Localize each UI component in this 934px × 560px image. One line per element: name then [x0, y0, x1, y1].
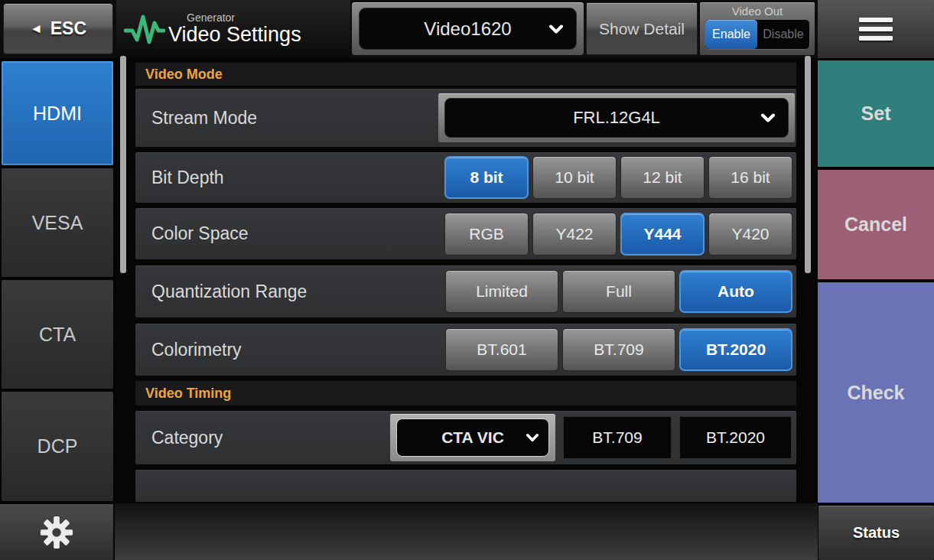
- category-value: CTA VIC: [441, 428, 504, 447]
- category-bt709-button[interactable]: BT.709: [563, 416, 672, 459]
- category-controls: CTA VIC BT.709 BT.2020: [390, 414, 792, 461]
- row-empty: [135, 470, 796, 502]
- bottom-bar: [115, 503, 818, 560]
- category-bt2020-button[interactable]: BT.2020: [679, 416, 792, 459]
- quantization-range-label: Quantization Range: [135, 282, 307, 302]
- bit-depth-10bit-button[interactable]: 10 bit: [532, 156, 617, 199]
- category-dropdown[interactable]: CTA VIC: [390, 414, 555, 461]
- video-out-panel: Video Out Enable Disable: [700, 2, 815, 55]
- top-bar: ◄ ESC Generator Video Settings Video1620…: [0, 0, 934, 58]
- row-color-space: Color Space RGB Y422 Y444 Y420: [135, 208, 796, 259]
- page-title: Video Settings: [168, 24, 301, 45]
- colorimetry-options: BT.601 BT.709 BT.2020: [445, 328, 792, 371]
- section-header-video-mode: Video Mode: [135, 63, 796, 86]
- bit-depth-12bit-button[interactable]: 12 bit: [620, 156, 705, 199]
- bit-depth-8bit-button[interactable]: 8 bit: [444, 156, 529, 199]
- color-space-y422-button[interactable]: Y422: [532, 213, 617, 256]
- row-category: Category CTA VIC BT.709 BT.2020: [135, 411, 796, 464]
- color-space-y444-button[interactable]: Y444: [620, 213, 705, 256]
- show-detail-button[interactable]: Show Detail: [586, 2, 698, 55]
- gear-icon: [39, 515, 74, 550]
- row-quantization-range: Quantization Range Limited Full Auto: [135, 265, 796, 317]
- section-header-video-timing: Video Timing: [135, 381, 796, 405]
- app-subtitle: Generator: [187, 12, 301, 24]
- quantization-limited-button[interactable]: Limited: [445, 270, 558, 313]
- scrollbar-left[interactable]: [120, 56, 126, 273]
- colorimetry-label: Colorimetry: [135, 340, 242, 360]
- row-bit-depth: Bit Depth 8 bit 10 bit 12 bit 16 bit: [135, 152, 796, 203]
- check-button[interactable]: Check: [818, 282, 934, 503]
- stream-mode-label: Stream Mode: [135, 108, 257, 129]
- color-space-label: Color Space: [135, 223, 249, 244]
- quantization-range-options: Limited Full Auto: [445, 270, 792, 313]
- scrollbar-right[interactable]: [805, 56, 811, 273]
- colorimetry-bt601-button[interactable]: BT.601: [445, 328, 558, 371]
- menu-icon: [859, 18, 893, 22]
- category-label: Category: [135, 428, 223, 448]
- status-button[interactable]: Status: [818, 506, 934, 560]
- sidebar-item-dcp[interactable]: DCP: [2, 392, 113, 501]
- sidebar-item-hdmi[interactable]: HDMI: [2, 61, 113, 165]
- video-out-toggle: Enable Disable: [705, 19, 810, 50]
- quantization-auto-button[interactable]: Auto: [679, 270, 792, 313]
- chevron-down-icon: [760, 113, 776, 122]
- set-button[interactable]: Set: [818, 60, 934, 167]
- chevron-down-icon: [526, 434, 539, 442]
- sidebar-item-vesa[interactable]: VESA: [2, 168, 113, 277]
- sidebar-item-cta[interactable]: CTA: [2, 280, 113, 389]
- stream-mode-dropdown[interactable]: FRL.12G4L: [438, 93, 795, 142]
- colorimetry-bt709-button[interactable]: BT.709: [562, 328, 675, 371]
- color-space-options: RGB Y422 Y444 Y420: [444, 213, 792, 256]
- video-out-disable-button[interactable]: Disable: [757, 20, 809, 49]
- video-out-enable-button[interactable]: Enable: [705, 20, 757, 49]
- esc-label: ESC: [50, 18, 86, 39]
- colorimetry-bt2020-button[interactable]: BT.2020: [679, 328, 792, 371]
- menu-button[interactable]: [818, 0, 934, 58]
- waveform-icon: [124, 11, 165, 47]
- stream-mode-value: FRL.12G4L: [573, 108, 660, 128]
- video-selector-dropdown[interactable]: Video1620: [359, 8, 577, 50]
- color-space-rgb-button[interactable]: RGB: [444, 213, 529, 256]
- show-detail-label: Show Detail: [599, 20, 685, 38]
- bit-depth-options: 8 bit 10 bit 12 bit 16 bit: [444, 156, 792, 199]
- app-brand: Generator Video Settings: [116, 0, 350, 58]
- row-colorimetry: Colorimetry BT.601 BT.709 BT.2020: [135, 324, 796, 376]
- chevron-down-icon: [548, 24, 564, 34]
- video-selector-value: Video1620: [424, 18, 511, 40]
- color-space-y420-button[interactable]: Y420: [708, 213, 792, 256]
- back-icon: ◄: [30, 21, 43, 37]
- settings-button[interactable]: [0, 504, 113, 560]
- quantization-full-button[interactable]: Full: [562, 270, 675, 313]
- cancel-button[interactable]: Cancel: [818, 170, 934, 279]
- row-stream-mode: Stream Mode FRL.12G4L: [135, 89, 796, 147]
- video-selector-panel: Video1620: [352, 2, 584, 55]
- bit-depth-label: Bit Depth: [135, 168, 224, 188]
- esc-button[interactable]: ◄ ESC: [3, 3, 113, 54]
- video-out-label: Video Out: [732, 5, 783, 18]
- bit-depth-16bit-button[interactable]: 16 bit: [708, 156, 792, 199]
- video-settings-screen: ◄ ESC Generator Video Settings Video1620…: [0, 0, 934, 560]
